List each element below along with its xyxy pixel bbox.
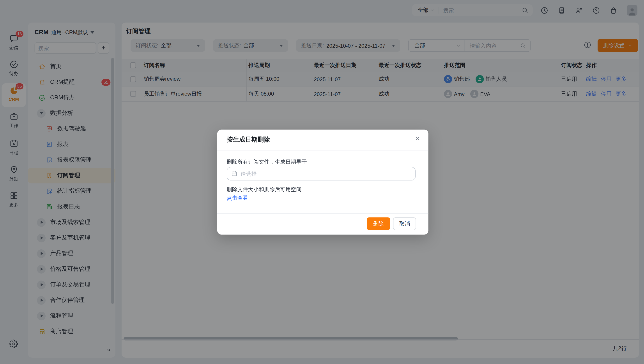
modal-header-divider <box>217 150 428 151</box>
delete-button[interactable]: 删除 <box>367 218 390 230</box>
modal-size-note: 删除文件大小和删除后可用空间 <box>227 186 301 193</box>
delete-by-date-modal: 按生成日期删除 ✕ 删除所有订阅文件，生成日期早于 删除文件大小和删除后可用空间… <box>217 130 428 235</box>
modal-title: 按生成日期删除 <box>227 136 270 144</box>
modal-description: 删除所有订阅文件，生成日期早于 <box>227 158 307 166</box>
cancel-button[interactable]: 取消 <box>393 218 416 230</box>
close-icon[interactable]: ✕ <box>415 135 420 142</box>
date-picker-field[interactable] <box>227 167 416 180</box>
date-picker-input[interactable] <box>241 170 411 177</box>
calendar-icon <box>231 170 238 177</box>
modal-footer-divider <box>217 213 428 214</box>
app-root: 全部 企信 16 待办 <box>0 0 644 364</box>
view-details-link[interactable]: 点击查看 <box>227 194 248 202</box>
